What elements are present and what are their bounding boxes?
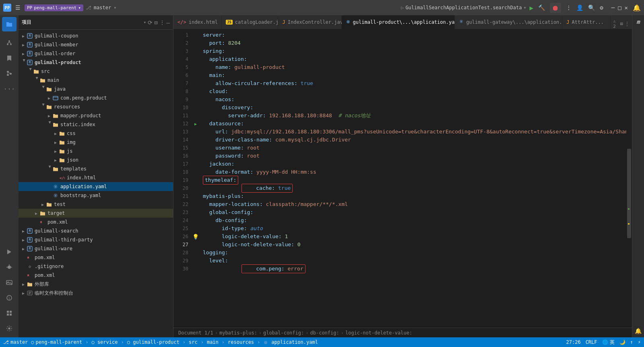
tree-item-resources[interactable]: ▶ resources xyxy=(19,102,173,111)
sidebar-icon-info[interactable]: i xyxy=(2,291,17,305)
status-branch[interactable]: ⎇ master xyxy=(3,339,28,345)
tree-item-com-peng-product[interactable]: ▶ com.peng.product xyxy=(19,94,173,102)
close-button[interactable]: ✕ xyxy=(625,4,628,11)
tree-item-mapper-product[interactable]: ▶ mapper.product xyxy=(19,111,173,120)
tree-item-main[interactable]: ▶ main xyxy=(19,76,173,85)
sidebar-icon-vcs[interactable] xyxy=(2,35,17,50)
settings-button[interactable]: ⚙ xyxy=(600,4,603,11)
sync-icon[interactable]: ⟳ xyxy=(148,19,153,26)
hamburger-button[interactable]: ☰ xyxy=(14,4,22,12)
status-project-path[interactable]: ○ peng-mall-parent xyxy=(31,339,82,345)
maximize-button[interactable]: □ xyxy=(618,4,621,11)
scroll-thumb[interactable] xyxy=(627,149,631,238)
tree-item-js[interactable]: ▶ js xyxy=(19,147,173,156)
breadcrumb-global[interactable]: global-config: xyxy=(263,330,304,336)
tree-item-pom-xml-top[interactable]: M pom.xml xyxy=(19,271,173,280)
tree-item-gulimall-search[interactable]: ▶ M gulimall-search xyxy=(19,226,173,235)
tree-item-css[interactable]: ▶ css xyxy=(19,129,173,138)
run-config-dropdown[interactable]: ▾ xyxy=(523,5,526,10)
run-button[interactable]: ▶ xyxy=(530,4,534,12)
sidebar-icon-structure[interactable] xyxy=(2,66,17,81)
notification-button[interactable]: 🔔 xyxy=(633,4,641,12)
status-position[interactable]: 27:26 xyxy=(566,339,581,345)
tree-item-test[interactable]: ▶ test xyxy=(19,200,173,209)
breadcrumb-mybatis[interactable]: mybatis-plus: xyxy=(219,330,257,336)
breadcrumb-doc[interactable]: Document 1/1 xyxy=(178,330,213,336)
status-resources[interactable]: resources xyxy=(228,339,254,345)
tree-item-index-html[interactable]: </> index.html xyxy=(19,173,173,182)
status-moon-icon[interactable]: 🌙 xyxy=(619,339,625,345)
status-power-icon[interactable]: ⚡ xyxy=(638,339,641,345)
record-button[interactable]: ⏺ xyxy=(550,3,561,13)
status-file[interactable]: application.yaml xyxy=(271,339,318,345)
collapse-all-icon[interactable]: ⊟ xyxy=(154,19,157,26)
tree-item-json[interactable]: ▶ json xyxy=(19,156,173,164)
sidebar-icon-folder[interactable] xyxy=(2,17,17,31)
tree-item-gitignore[interactable]: ⊘ .gitignore xyxy=(19,262,173,271)
tree-item-templates[interactable]: ▶ templates xyxy=(19,164,173,173)
minimize-tree-icon[interactable]: — xyxy=(167,19,170,26)
tree-item-static-index[interactable]: ▶ static.index xyxy=(19,120,173,129)
tree-item-gulimall-ware[interactable]: ▶ M gulimall-ware xyxy=(19,244,173,253)
status-lang[interactable]: 🌐 英 xyxy=(602,339,615,346)
sidebar-icon-image[interactable] xyxy=(2,275,17,290)
breadcrumb-db[interactable]: db-config: xyxy=(310,330,339,336)
tree-item-gulimall-product[interactable]: ▶ M gulimall-product xyxy=(19,58,173,67)
tab-more-btn[interactable]: ⋮ xyxy=(625,21,630,27)
account-button[interactable]: 👤 xyxy=(576,4,583,11)
status-main-label[interactable]: main xyxy=(207,339,219,345)
tab-application-yaml[interactable]: Y gulimall-product\...\application.yaml … xyxy=(342,15,455,29)
tab-split-btn[interactable]: ⊞ xyxy=(620,21,623,27)
more-button[interactable]: ⋮ xyxy=(566,4,572,11)
status-module[interactable]: ○ gulimall-product xyxy=(127,339,180,345)
status-src[interactable]: src xyxy=(189,339,198,345)
tree-item-gulimall-order[interactable]: ▶ M gulimall-order xyxy=(19,49,173,58)
tree-item-java[interactable]: ▶ java xyxy=(19,85,173,94)
tree-item-src[interactable]: ▶ src xyxy=(19,67,173,76)
tree-item-img[interactable]: ▶ img xyxy=(19,138,173,147)
gutter-19 xyxy=(192,176,200,184)
item-label: 临时文件和控制台 xyxy=(35,290,170,297)
tree-item-pom-xml-root[interactable]: M pom.xml xyxy=(19,253,173,262)
gutter-26-bulb[interactable]: 💡 xyxy=(192,233,200,241)
tree-item-bootstrap-yaml[interactable]: Y bootstrap.yaml xyxy=(19,191,173,200)
build-button[interactable]: 🔨 xyxy=(538,4,545,11)
status-encoding[interactable]: CRLF xyxy=(586,339,597,345)
tree-item-gulimall-third-party[interactable]: ▶ M gulimall-third-party xyxy=(19,235,173,244)
tab-index-html[interactable]: </> index.html xyxy=(173,15,222,29)
tree-item-gulimall-member[interactable]: ▶ M gulimall-member xyxy=(19,40,173,49)
right-panel-m[interactable]: m xyxy=(634,17,643,27)
dots-icon[interactable]: ⋮ xyxy=(159,19,165,26)
minimap-scrollbar[interactable] xyxy=(626,29,632,328)
tab-gateway-yaml[interactable]: Y gulimall-gateway\...\application.yaml xyxy=(455,15,562,29)
arrow-placeholder xyxy=(20,272,27,278)
sidebar-icon-more[interactable]: ··· xyxy=(2,81,17,96)
status-share-icon[interactable]: ↑ xyxy=(630,339,633,345)
run-config-name[interactable]: GulimallSearchApplicationTest.searchData xyxy=(405,5,522,10)
tree-item-external-libs[interactable]: ▶ 外部库 xyxy=(19,280,173,289)
gutter-23 xyxy=(192,208,200,216)
sidebar-icon-bookmarks[interactable] xyxy=(2,51,17,65)
tree-item-target[interactable]: ▶ target xyxy=(19,209,173,218)
project-badge[interactable]: PP peng-mall-parent ▾ xyxy=(25,4,83,11)
sidebar-icon-debug[interactable] xyxy=(2,260,17,274)
breadcrumb-logic[interactable]: logic-not-delete-value: xyxy=(345,330,412,336)
tab-catalog-loader[interactable]: JS catalogLoader.js xyxy=(222,15,278,29)
sidebar-icon-run[interactable] xyxy=(2,245,17,259)
sidebar-icon-plugins[interactable] xyxy=(2,306,17,320)
branch-dropdown-icon[interactable]: ▾ xyxy=(114,5,116,10)
minimize-button[interactable]: ─ xyxy=(611,4,615,11)
code-area[interactable]: server: port: 8204 spring: application: … xyxy=(200,29,626,328)
tab-index-controller[interactable]: J IndexController.java xyxy=(278,15,341,29)
branch-separator: ⎇ xyxy=(86,5,91,10)
right-panel-notification[interactable]: 🔔 xyxy=(634,326,643,336)
tree-item-scratch[interactable]: ▶ 临时文件和控制台 xyxy=(19,289,173,297)
status-service[interactable]: ○ service xyxy=(91,339,118,345)
sidebar-icon-settings[interactable] xyxy=(2,321,17,336)
tree-item-pom-xml-product[interactable]: M pom.xml xyxy=(19,218,173,226)
tree-item-gulimall-coupon[interactable]: ▶ M gulimall-coupon xyxy=(19,31,173,40)
search-button[interactable]: 🔍 xyxy=(588,4,595,11)
tree-item-application-yaml[interactable]: Y application.yaml xyxy=(19,182,173,191)
branch-name[interactable]: master xyxy=(94,5,111,10)
tab-attr-attr[interactable]: J AttrAttr... xyxy=(562,15,611,29)
